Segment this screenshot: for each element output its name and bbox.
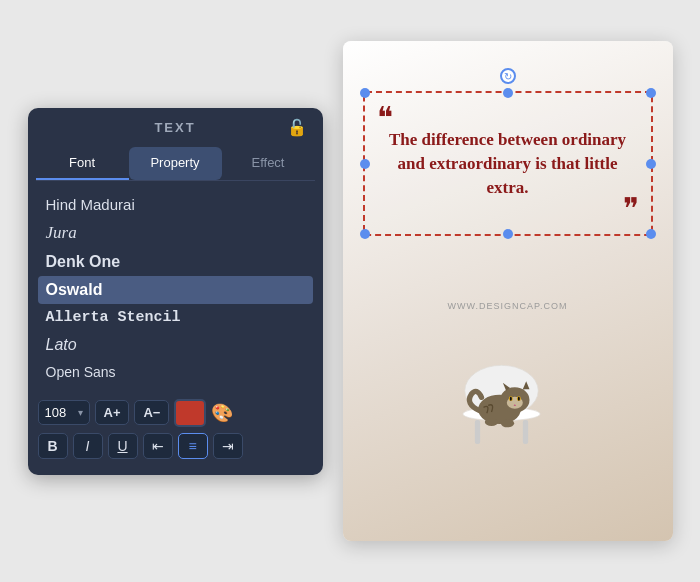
handle-middle-right[interactable]	[646, 159, 656, 169]
tab-property[interactable]: Property	[129, 147, 222, 180]
font-item-allerta-stencil[interactable]: Allerta Stencil	[38, 304, 313, 331]
text-selection-box[interactable]: ↻ ❝ The difference between ordinary and …	[363, 91, 653, 236]
panel-title: TEXT	[154, 120, 195, 135]
font-item-lato[interactable]: Lato	[38, 331, 313, 359]
font-item-jura[interactable]: Jura	[38, 218, 313, 248]
underline-button[interactable]: U	[108, 433, 138, 459]
color-palette-icon[interactable]: 🎨	[211, 402, 233, 424]
font-size-value: 108	[45, 405, 76, 420]
svg-point-14	[484, 418, 497, 426]
handle-top-left[interactable]	[360, 88, 370, 98]
quote-text[interactable]: The difference between ordinary and extr…	[377, 128, 639, 199]
svg-rect-3	[522, 420, 527, 444]
bold-button[interactable]: B	[38, 433, 68, 459]
text-panel: TEXT 🔓 Font Property Effect Hind Madurai…	[28, 108, 323, 475]
format-row: B I U ⇤ ≡ ⇥	[38, 433, 313, 459]
handle-top-middle[interactable]	[503, 88, 513, 98]
font-item-denk-one[interactable]: Denk One	[38, 248, 313, 276]
tabs-container: Font Property Effect	[36, 147, 315, 181]
bottom-controls: 108 ▾ A+ A− 🎨 B I U ⇤ ≡ ⇥	[28, 393, 323, 465]
watermark: WWW.DESIGNCAP.COM	[448, 301, 568, 311]
italic-button[interactable]: I	[73, 433, 103, 459]
rotate-handle[interactable]: ↻	[500, 68, 516, 84]
canvas-area: ↻ ❝ The difference between ordinary and …	[343, 41, 673, 541]
align-right-button[interactable]: ⇥	[213, 433, 243, 459]
handle-bottom-middle[interactable]	[503, 229, 513, 239]
font-size-increase-button[interactable]: A+	[95, 400, 130, 425]
svg-point-11	[509, 397, 511, 401]
font-item-open-sans[interactable]: Open Sans	[38, 359, 313, 385]
color-swatch[interactable]	[174, 399, 206, 427]
tab-effect[interactable]: Effect	[222, 147, 315, 180]
align-left-button[interactable]: ⇤	[143, 433, 173, 459]
tab-font[interactable]: Font	[36, 147, 129, 180]
svg-point-12	[517, 397, 519, 401]
font-size-box[interactable]: 108 ▾	[38, 400, 90, 425]
svg-point-15	[500, 419, 513, 427]
svg-rect-2	[474, 420, 479, 444]
align-center-button[interactable]: ≡	[178, 433, 208, 459]
font-list: Hind Madurai Jura Denk One Oswald Allert…	[28, 191, 323, 385]
size-row: 108 ▾ A+ A− 🎨	[38, 399, 313, 427]
handle-middle-left[interactable]	[360, 159, 370, 169]
font-item-oswald[interactable]: Oswald	[38, 276, 313, 304]
handle-top-right[interactable]	[646, 88, 656, 98]
handle-bottom-left[interactable]	[360, 229, 370, 239]
cat-illustration	[436, 364, 566, 444]
panel-header: TEXT 🔓	[28, 108, 323, 147]
handle-bottom-right[interactable]	[646, 229, 656, 239]
font-size-decrease-button[interactable]: A−	[134, 400, 169, 425]
font-item-hind-madurai[interactable]: Hind Madurai	[38, 191, 313, 218]
size-dropdown-arrow[interactable]: ▾	[78, 407, 83, 418]
lock-icon[interactable]: 🔓	[287, 118, 307, 137]
